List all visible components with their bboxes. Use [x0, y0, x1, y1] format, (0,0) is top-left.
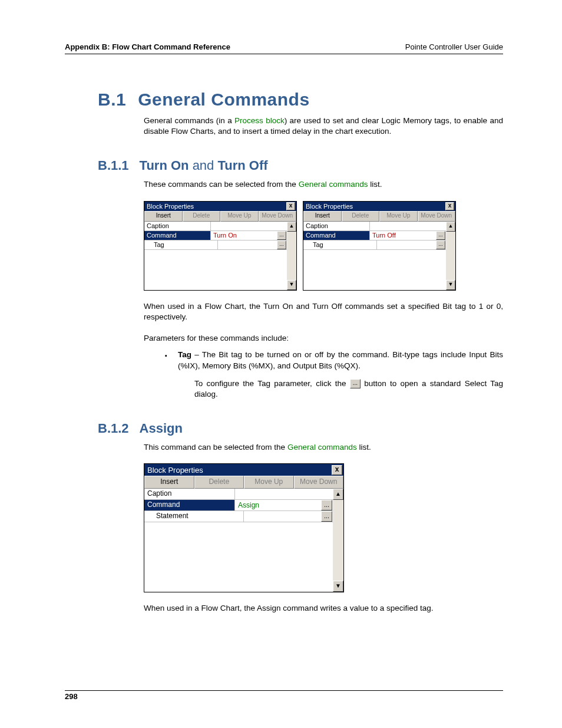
property-grid: Caption Command Turn Off... Tag ... ▲: [303, 222, 455, 290]
scrollbar[interactable]: ▲ ▼: [333, 489, 343, 592]
link-process-block[interactable]: Process block: [234, 116, 285, 125]
table-row[interactable]: Tag ...: [144, 241, 287, 250]
table-row[interactable]: Caption: [144, 222, 287, 231]
link-general-commands[interactable]: General commands: [287, 443, 357, 452]
property-name: Tag: [144, 241, 218, 249]
dialog-title: Block Properties: [147, 466, 203, 475]
insert-button[interactable]: Insert: [144, 211, 183, 222]
scroll-up-icon[interactable]: ▲: [446, 222, 455, 232]
insert-button[interactable]: Insert: [303, 211, 342, 222]
table-row[interactable]: Command Turn Off...: [303, 231, 446, 241]
ellipsis-button[interactable]: ...: [436, 231, 445, 240]
link-select-tag[interactable]: Select Tag: [465, 379, 503, 388]
property-name: Tag: [303, 241, 377, 249]
close-icon[interactable]: x: [286, 202, 295, 210]
dialog-title: Block Properties: [306, 203, 353, 210]
insert-button[interactable]: Insert: [144, 476, 194, 489]
page-header: Appendix B: Flow Chart Command Reference…: [65, 42, 503, 54]
scroll-down-icon[interactable]: ▼: [287, 280, 296, 290]
scrollbar[interactable]: ▲ ▼: [287, 222, 296, 290]
table-row[interactable]: Statement ...: [144, 511, 333, 522]
block-properties-dialog-assign: Block Properties x Insert Delete Move Up…: [144, 463, 344, 592]
table-row[interactable]: Caption: [303, 222, 446, 231]
dialog-titlebar[interactable]: Block Properties x: [144, 464, 343, 476]
scroll-up-icon[interactable]: ▲: [287, 222, 296, 232]
scroll-down-icon[interactable]: ▼: [446, 280, 455, 290]
subsection-heading: B.1.2 Assign: [98, 421, 503, 436]
paragraph: These commands can be selected from the …: [144, 179, 503, 190]
section-number: B.1: [98, 90, 126, 110]
property-value: Turn On: [213, 231, 237, 239]
paragraph: General commands (in a Process block) ar…: [144, 116, 503, 137]
subsection-number: B.1.1: [98, 158, 129, 173]
scrollbar[interactable]: ▲ ▼: [446, 222, 455, 290]
ellipsis-button[interactable]: ...: [321, 500, 332, 510]
property-grid: Caption Command Turn On... Tag ... ▲: [144, 222, 296, 290]
property-name: Command: [303, 231, 370, 240]
dialog-titlebar[interactable]: Block Properties x: [303, 202, 455, 211]
subsection-title: Assign: [140, 421, 183, 436]
page-number: 298: [65, 692, 78, 701]
close-icon[interactable]: x: [445, 202, 454, 210]
ellipsis-button[interactable]: ...: [277, 241, 286, 249]
header-right: Pointe Controller User Guide: [405, 42, 503, 51]
scroll-down-icon[interactable]: ▼: [333, 581, 343, 592]
block-properties-dialog-turnon: Block Properties x Insert Delete Move Up…: [144, 201, 297, 291]
section-title: General Commands: [138, 90, 309, 110]
link-general-commands[interactable]: General commands: [299, 180, 368, 189]
move-up-button[interactable]: Move Up: [244, 476, 294, 489]
page-footer: 298: [65, 690, 503, 701]
param-name: Tag: [178, 350, 191, 359]
table-row[interactable]: Command Assign...: [144, 500, 333, 511]
paragraph: Parameters for these commands include:: [144, 333, 503, 344]
property-name: Statement: [144, 511, 244, 522]
bullet-icon: ▪: [165, 351, 167, 400]
dialog-titlebar[interactable]: Block Properties x: [144, 202, 296, 211]
property-value: Turn Off: [372, 231, 396, 239]
scroll-up-icon[interactable]: ▲: [333, 489, 343, 500]
subsection-title: Turn On and Turn Off: [140, 158, 268, 173]
property-grid: Caption Command Assign... Statement ... …: [144, 489, 343, 592]
section-heading: B.1 General Commands: [98, 90, 503, 110]
dialog-title: Block Properties: [147, 203, 194, 210]
table-row[interactable]: Tag ...: [303, 241, 446, 250]
subsection-number: B.1.2: [98, 421, 129, 436]
property-name: Command: [144, 500, 235, 510]
header-left: Appendix B: Flow Chart Command Reference: [65, 42, 230, 51]
delete-button[interactable]: Delete: [183, 211, 221, 222]
property-value: Assign: [238, 500, 259, 510]
property-name: Caption: [303, 222, 370, 230]
close-icon[interactable]: x: [332, 465, 342, 475]
paragraph: When used in a Flow Chart, the Turn On a…: [144, 301, 503, 322]
ellipsis-button[interactable]: ...: [321, 511, 332, 522]
move-down-button[interactable]: Move Down: [259, 211, 297, 222]
move-up-button[interactable]: Move Up: [379, 211, 418, 222]
ellipsis-button-inline[interactable]: ...: [350, 379, 361, 388]
move-up-button[interactable]: Move Up: [220, 211, 259, 222]
table-row[interactable]: Caption: [144, 489, 333, 500]
paragraph: When used in a Flow Chart, the Assign co…: [144, 603, 503, 614]
table-row[interactable]: Command Turn On...: [144, 231, 287, 241]
list-item: ▪ Tag – The Bit tag to be turned on or o…: [165, 350, 503, 400]
block-properties-dialog-turnoff: Block Properties x Insert Delete Move Up…: [303, 201, 456, 291]
paragraph: This command can be selected from the Ge…: [144, 442, 503, 453]
property-name: Caption: [144, 222, 211, 230]
property-name: Command: [144, 231, 211, 240]
subsection-heading: B.1.1 Turn On and Turn Off: [98, 158, 503, 173]
move-down-button[interactable]: Move Down: [418, 211, 456, 222]
ellipsis-button[interactable]: ...: [436, 241, 445, 249]
property-name: Caption: [144, 489, 235, 499]
move-down-button[interactable]: Move Down: [294, 476, 344, 489]
delete-button[interactable]: Delete: [194, 476, 244, 489]
ellipsis-button[interactable]: ...: [277, 231, 286, 240]
delete-button[interactable]: Delete: [342, 211, 380, 222]
